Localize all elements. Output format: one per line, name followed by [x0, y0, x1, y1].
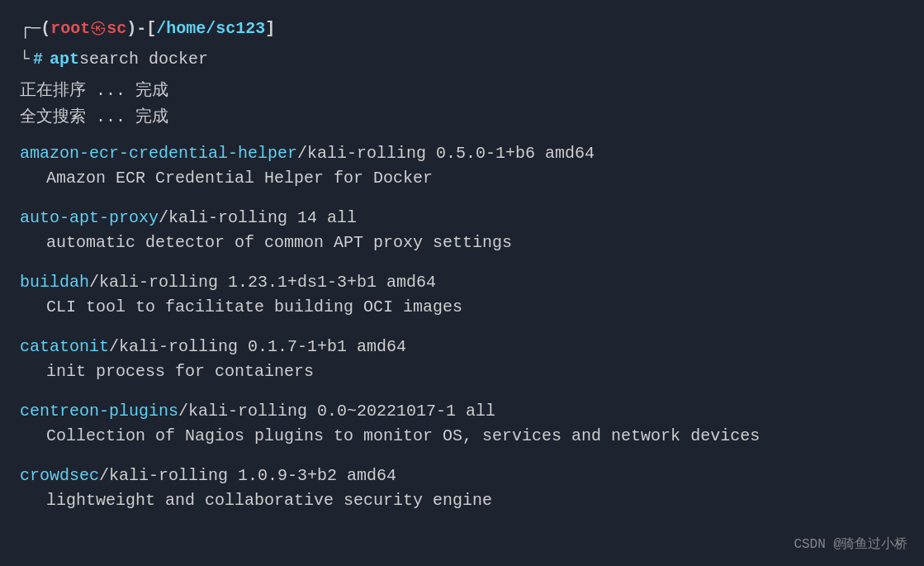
package-desc-crowdsec: lightweight and collaborative security e… [20, 488, 904, 513]
package-desc-buildah: CLI tool to facilitate building OCI imag… [20, 295, 904, 320]
prompt-host: sc [107, 17, 126, 41]
prompt-line: ┌ ─( root ㉿ sc )-[ /home/sc123 ] [20, 15, 904, 42]
package-header-centreon: centreon-plugins/kali-rolling 0.0~202210… [20, 399, 904, 424]
status-fulltext: 全文搜索 ... 完成 [20, 105, 904, 130]
status-sorting: 正在排序 ... 完成 [20, 78, 904, 103]
package-name-amazon: amazon-ecr-credential-helper [20, 144, 297, 163]
package-name-auto-apt: auto-apt-proxy [20, 208, 159, 227]
watermark: CSDN @骑鱼过小桥 [794, 535, 907, 554]
package-desc-amazon: Amazon ECR Credential Helper for Docker [20, 166, 904, 191]
package-name-buildah: buildah [20, 273, 89, 292]
package-block-amazon: amazon-ecr-credential-helper/kali-rollin… [20, 141, 904, 191]
package-desc-centreon: Collection of Nagios plugins to monitor … [20, 424, 904, 449]
package-name-catatonit: catatonit [20, 337, 109, 356]
corner-symbol: ┌ [20, 15, 31, 42]
package-header-buildah: buildah/kali-rolling 1.23.1+ds1-3+b1 amd… [20, 270, 904, 295]
package-block-buildah: buildah/kali-rolling 1.23.1+ds1-3+b1 amd… [20, 270, 904, 320]
terminal: ┌ ─( root ㉿ sc )-[ /home/sc123 ] └ # apt… [0, 0, 924, 566]
bracket-right: ] [265, 17, 275, 41]
package-block-catatonit: catatonit/kali-rolling 0.1.7-1+b1 amd64 … [20, 335, 904, 384]
package-meta-amazon: /kali-rolling 0.5.0-1+b6 amd64 [297, 144, 595, 163]
command-prefix: └ [20, 47, 30, 72]
package-meta-centreon: /kali-rolling 0.0~20221017-1 all [178, 402, 495, 421]
command-args: search docker [79, 47, 208, 72]
package-desc-auto-apt: automatic detector of common APT proxy s… [20, 231, 904, 255]
package-header-catatonit: catatonit/kali-rolling 0.1.7-1+b1 amd64 [20, 335, 904, 359]
package-meta-buildah: /kali-rolling 1.23.1+ds1-3+b1 amd64 [89, 273, 436, 292]
package-block-centreon: centreon-plugins/kali-rolling 0.0~202210… [20, 399, 904, 449]
package-desc-catatonit: init process for containers [20, 359, 904, 384]
package-header-auto-apt: auto-apt-proxy/kali-rolling 14 all [20, 206, 904, 231]
prompt-path: /home/sc123 [156, 17, 265, 41]
package-header-crowdsec: crowdsec/kali-rolling 1.0.9-3+b2 amd64 [20, 464, 904, 488]
package-meta-auto-apt: /kali-rolling 14 all [159, 208, 357, 227]
package-name-centreon: centreon-plugins [20, 402, 178, 421]
package-meta-catatonit: /kali-rolling 0.1.7-1+b1 amd64 [109, 337, 406, 356]
command-line: └ # apt search docker [20, 47, 904, 72]
prompt-at: ㉿ [90, 17, 107, 41]
package-name-crowdsec: crowdsec [20, 466, 99, 485]
package-meta-crowdsec: /kali-rolling 1.0.9-3+b2 amd64 [99, 466, 396, 485]
package-block-crowdsec: crowdsec/kali-rolling 1.0.9-3+b2 amd64 l… [20, 464, 904, 513]
package-block-auto-apt: auto-apt-proxy/kali-rolling 14 all autom… [20, 206, 904, 255]
prompt-root: root [50, 17, 90, 41]
prompt-dash: )-[ [126, 17, 156, 41]
package-header-amazon: amazon-ecr-credential-helper/kali-rollin… [20, 141, 904, 166]
bracket-left: ─( [31, 17, 50, 41]
command-hash: # [33, 47, 43, 72]
command-apt: apt [50, 47, 79, 72]
